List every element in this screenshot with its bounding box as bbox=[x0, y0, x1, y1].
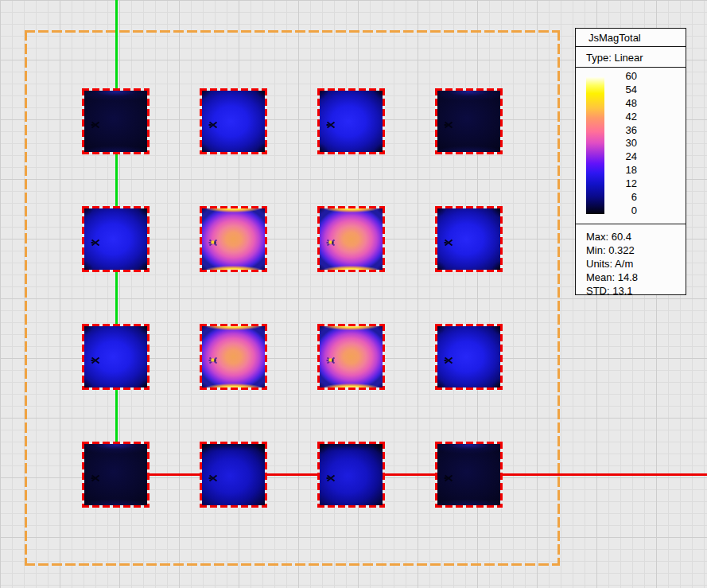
patch-border bbox=[82, 442, 150, 444]
feed-point-marker bbox=[208, 473, 219, 483]
patch-border bbox=[82, 206, 150, 208]
patch-r3c2[interactable] bbox=[200, 324, 267, 390]
colorbar-tick: 24 bbox=[608, 151, 637, 162]
patch-border bbox=[200, 206, 202, 272]
patch-border bbox=[435, 88, 503, 91]
colorbar-tick: 6 bbox=[608, 192, 637, 202]
patch-r4c1[interactable] bbox=[82, 442, 150, 508]
patch-border bbox=[435, 152, 503, 154]
patch-border bbox=[435, 324, 503, 326]
patch-border bbox=[147, 324, 150, 390]
patch-border bbox=[82, 387, 150, 390]
patch-border bbox=[317, 442, 385, 444]
patch-border bbox=[200, 324, 202, 390]
patch-border bbox=[317, 152, 385, 154]
patch-border bbox=[317, 505, 385, 508]
patch-border bbox=[435, 270, 503, 272]
patch-border bbox=[265, 88, 267, 154]
feed-point-marker bbox=[326, 473, 336, 483]
patch-border bbox=[435, 206, 437, 272]
patch-border bbox=[383, 442, 385, 508]
patch-r1c4[interactable] bbox=[435, 88, 503, 154]
patch-border bbox=[200, 387, 267, 390]
colorbar-tick: 36 bbox=[608, 125, 637, 135]
colorbar-ticks: 60 54 48 42 36 30 24 18 12 6 0 bbox=[608, 71, 637, 216]
patch-r2c1[interactable] bbox=[82, 206, 150, 272]
patch-border bbox=[317, 206, 385, 208]
patch-border bbox=[383, 88, 385, 154]
legend-title: JsMagTotal bbox=[576, 29, 686, 47]
patch-border bbox=[317, 88, 385, 91]
patch-border bbox=[317, 324, 320, 390]
colorbar-tick: 42 bbox=[608, 111, 637, 122]
patch-border bbox=[435, 206, 503, 208]
patch-border bbox=[500, 206, 503, 272]
patch-border bbox=[82, 88, 84, 154]
patch-border bbox=[317, 387, 385, 390]
patch-border bbox=[435, 505, 503, 508]
legend-scale-type: Type: Linear bbox=[576, 48, 686, 68]
legend-colorbar-section: 60 54 48 42 36 30 24 18 12 6 0 bbox=[576, 68, 686, 224]
feed-point-marker bbox=[91, 355, 101, 365]
patch-border bbox=[82, 270, 150, 272]
patch-r4c4[interactable] bbox=[435, 442, 503, 508]
patch-border bbox=[200, 505, 267, 508]
patch-border bbox=[383, 324, 385, 390]
feed-point-marker bbox=[444, 473, 454, 483]
patch-r4c3[interactable] bbox=[317, 442, 385, 508]
patch-border bbox=[82, 442, 84, 508]
colorbar-tick: 0 bbox=[608, 205, 637, 216]
patch-border bbox=[82, 324, 150, 326]
patch-border bbox=[317, 270, 385, 272]
patch-border bbox=[317, 324, 385, 326]
boundary-edge bbox=[557, 30, 560, 566]
patch-border bbox=[317, 442, 320, 508]
patch-border bbox=[317, 88, 320, 154]
stat-max: Max: 60.4 bbox=[586, 230, 686, 243]
patch-border bbox=[383, 206, 385, 272]
colorbar-tick: 54 bbox=[608, 84, 637, 95]
patch-r1c2[interactable] bbox=[200, 88, 267, 154]
colorbar-tick: 12 bbox=[608, 178, 637, 189]
patch-r3c1[interactable] bbox=[82, 324, 150, 390]
boundary-edge bbox=[25, 563, 560, 566]
feed-point-marker bbox=[326, 119, 336, 130]
patch-r1c1[interactable] bbox=[82, 88, 150, 154]
feed-point-marker bbox=[444, 237, 454, 247]
patch-border bbox=[147, 442, 150, 508]
legend-stats: Max: 60.4 Min: 0.322 Units: A/m Mean: 14… bbox=[576, 225, 686, 294]
patch-r3c3[interactable] bbox=[317, 324, 385, 390]
patch-border bbox=[200, 442, 267, 444]
patch-border bbox=[435, 442, 503, 444]
patch-border bbox=[82, 206, 84, 272]
patch-border bbox=[200, 88, 202, 154]
legend-panel[interactable]: JsMagTotal Type: Linear 60 54 48 42 36 3… bbox=[575, 28, 686, 295]
patch-border bbox=[200, 442, 202, 508]
feed-point-marker bbox=[444, 355, 454, 365]
patch-border bbox=[82, 152, 150, 154]
plot-canvas[interactable]: JsMagTotal Type: Linear 60 54 48 42 36 3… bbox=[0, 0, 707, 588]
patch-border bbox=[200, 270, 267, 272]
patch-r2c2[interactable] bbox=[200, 206, 267, 272]
patch-r2c3[interactable] bbox=[317, 206, 385, 272]
patch-r4c2[interactable] bbox=[200, 442, 267, 508]
patch-r1c3[interactable] bbox=[317, 88, 385, 154]
patch-r2c4[interactable] bbox=[435, 206, 503, 272]
boundary-edge bbox=[25, 30, 27, 566]
patch-border bbox=[147, 88, 150, 154]
stat-mean: Mean: 14.8 bbox=[586, 271, 686, 284]
colorbar-tick: 48 bbox=[608, 98, 637, 108]
patch-border bbox=[265, 324, 267, 390]
patch-border bbox=[82, 88, 150, 91]
patch-r3c4[interactable] bbox=[435, 324, 503, 390]
patch-border bbox=[500, 88, 503, 154]
patch-border bbox=[200, 324, 267, 326]
colorbar-tick: 18 bbox=[608, 165, 637, 175]
stat-units: Units: A/m bbox=[586, 257, 686, 271]
feed-point-marker bbox=[208, 237, 219, 247]
patch-border bbox=[200, 88, 267, 91]
patch-border bbox=[500, 442, 503, 508]
feed-point-marker bbox=[91, 237, 101, 247]
colorbar-tick: 60 bbox=[608, 71, 637, 81]
feed-point-marker bbox=[326, 355, 336, 365]
